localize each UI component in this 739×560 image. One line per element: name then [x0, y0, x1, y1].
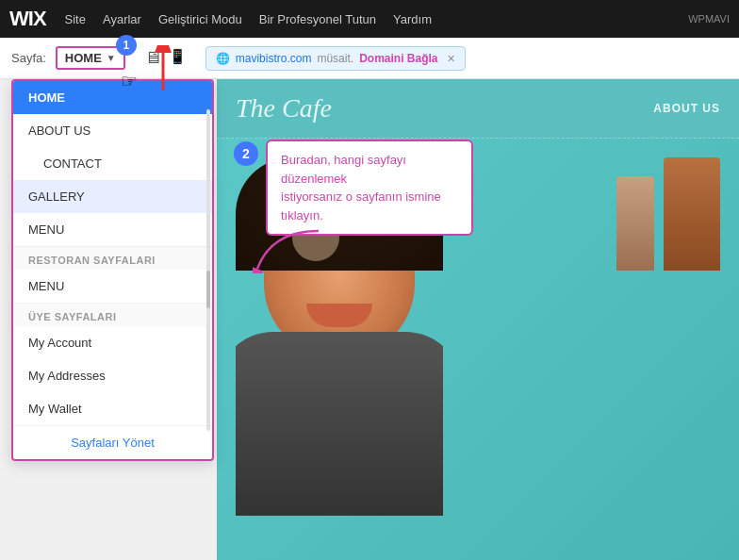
restoran-menu-label: MENU: [28, 279, 64, 293]
menu-ayarlar[interactable]: Ayarlar: [103, 12, 141, 26]
annotation-text: Buradan, hangi sayfayı düzenlemek istiyo…: [266, 140, 473, 236]
step2-badge: 2: [234, 141, 258, 166]
current-page-text: HOME: [65, 51, 102, 65]
annotation-container: 2 Buradan, hangi sayfayı düzenlemek isti…: [234, 140, 473, 236]
dropdown-item-menu[interactable]: MENU: [13, 213, 212, 246]
my-wallet-label: My Wallet: [28, 402, 82, 416]
domain-available-text: müsait.: [317, 52, 353, 65]
my-account-label: My Account: [28, 336, 91, 350]
menu-profesyonel[interactable]: Bir Profesyonel Tutun: [259, 12, 376, 26]
mobile-icon[interactable]: 📱: [169, 48, 187, 68]
home-label: HOME: [28, 91, 65, 105]
globe-icon: 🌐: [216, 52, 230, 65]
device-icons: 🖥 📱: [144, 48, 187, 68]
dropdown-item-home[interactable]: HOME: [13, 81, 212, 114]
dropdown-item-gallery[interactable]: GALLERY: [13, 180, 212, 213]
dropdown-item-restoran-menu[interactable]: MENU: [13, 270, 212, 303]
domain-bar: 🌐 mavibistro.com müsait. Domaini Bağla ×: [205, 46, 466, 71]
dropdown-arrow-icon: ▼: [107, 53, 116, 63]
dropdown-item-about[interactable]: ABOUT US: [13, 114, 212, 147]
page-selector[interactable]: HOME ▼ 1: [56, 46, 125, 70]
dropdown-item-my-account[interactable]: My Account: [13, 326, 212, 359]
about-label: ABOUT US: [28, 124, 90, 138]
domain-url[interactable]: mavibistro.com: [236, 52, 312, 65]
domain-connect-button[interactable]: Domaini Bağla: [359, 52, 437, 65]
cafe-title: The Cafe: [236, 93, 332, 124]
section-restoran: RESTORAN SAYFALARI: [13, 246, 212, 270]
manage-pages-link[interactable]: Sayfaları Yönet: [71, 436, 155, 450]
my-addresses-label: My Addresses: [28, 369, 106, 383]
menu-gelistirici[interactable]: Geliştirici Modu: [158, 12, 242, 26]
page-dropdown: HOME ABOUT US CONTACT GALLERY MENU RESTO…: [11, 79, 214, 461]
menu-site[interactable]: Site: [65, 12, 86, 26]
desktop-icon[interactable]: 🖥: [144, 48, 161, 68]
dropdown-item-my-wallet[interactable]: My Wallet: [13, 392, 212, 425]
dropdown-item-contact[interactable]: CONTACT: [13, 147, 212, 180]
domain-close-button[interactable]: ×: [448, 51, 455, 66]
top-menu: Site Ayarlar Geliştirici Modu Bir Profes…: [65, 12, 432, 26]
contact-label: CONTACT: [43, 156, 102, 171]
sayfa-label: Sayfa:: [11, 51, 46, 65]
top-bar: WIX Site Ayarlar Geliştirici Modu Bir Pr…: [0, 0, 739, 38]
cafe-nav: ABOUT US: [653, 102, 720, 115]
dropdown-item-my-addresses[interactable]: My Addresses: [13, 359, 212, 392]
scrollbar-track[interactable]: [206, 109, 210, 431]
section-uye: ÜYE SAYFALARI: [13, 303, 212, 326]
wpmavi-logo: WPMAVI: [688, 13, 730, 25]
cafe-nav-about[interactable]: ABOUT US: [653, 102, 720, 115]
menu-label: MENU: [28, 222, 64, 237]
gallery-label: GALLERY: [28, 189, 85, 204]
annotation-arrow: [253, 226, 328, 273]
menu-yardim[interactable]: Yardım: [393, 12, 432, 26]
step1-badge: 1: [116, 35, 137, 56]
scrollbar-thumb[interactable]: [206, 271, 210, 308]
wix-logo: WIX: [9, 7, 46, 31]
dropdown-footer: Sayfaları Yönet: [13, 425, 212, 459]
second-bar: Sayfa: HOME ▼ 1 🖥 📱 🌐 mavibistro.com müs…: [0, 38, 739, 79]
